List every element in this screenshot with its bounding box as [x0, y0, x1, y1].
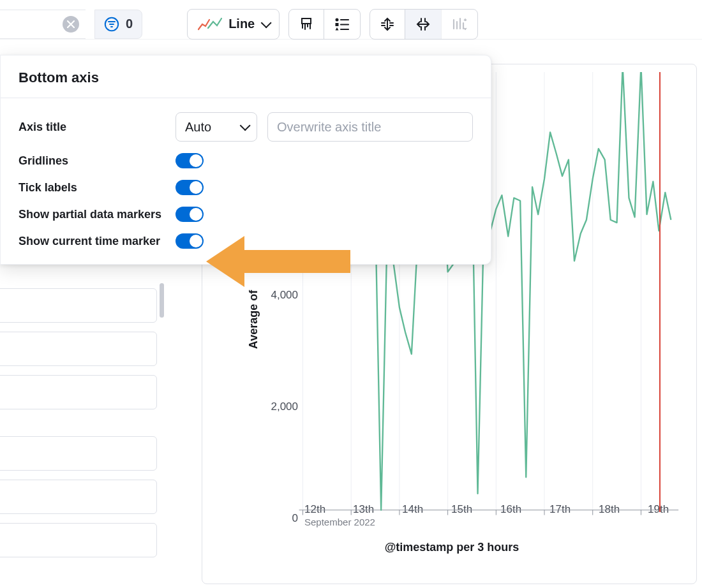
- svg-rect-2: [336, 23, 339, 26]
- chevron-down-icon: [261, 17, 272, 28]
- field-item[interactable]: word: [0, 480, 157, 514]
- left-axis-button[interactable]: [370, 10, 405, 39]
- partial-data-label: Show partial data markers: [19, 208, 165, 221]
- field-item[interactable]: dinates: [0, 375, 157, 409]
- current-time-marker: [659, 72, 661, 512]
- field-item[interactable]: day: [0, 523, 157, 557]
- legend-icon: [334, 17, 350, 32]
- current-time-label: Show current time marker: [19, 235, 165, 248]
- bar-spacing-button: [441, 10, 477, 39]
- axis-title-input[interactable]: [267, 112, 473, 142]
- close-icon[interactable]: [63, 16, 79, 33]
- bottom-axis-button[interactable]: [405, 10, 441, 39]
- popover-title: Bottom axis: [1, 55, 491, 98]
- svg-point-1: [336, 18, 339, 21]
- field-item[interactable]: n.keyword: [0, 332, 157, 366]
- axis-bottom-icon: [415, 17, 431, 31]
- appearance-group: [288, 9, 361, 40]
- legend-options-button[interactable]: [324, 10, 360, 39]
- bar-spacing-icon: [452, 17, 467, 31]
- field-item[interactable]: taset: [0, 288, 157, 323]
- brush-icon: [299, 17, 313, 32]
- partial-data-toggle[interactable]: [176, 207, 204, 222]
- axis-title-label: Axis title: [19, 121, 165, 134]
- field-search: [0, 10, 86, 39]
- scrollbar[interactable]: [160, 283, 164, 318]
- field-list: taset n.keyword dinates est word day: [0, 288, 157, 566]
- visual-options-button[interactable]: [289, 10, 324, 39]
- axis-group: [370, 9, 478, 40]
- filter-circle-icon: [104, 17, 119, 32]
- viz-type-label: Line: [228, 17, 255, 31]
- tick-labels-toggle[interactable]: [176, 180, 204, 195]
- field-item[interactable]: est: [0, 436, 157, 471]
- axis-title-mode-value: Auto: [185, 120, 211, 135]
- current-time-toggle[interactable]: [176, 233, 204, 249]
- bottom-axis-popover: Bottom axis Axis title Auto Gridlines Ti…: [0, 55, 491, 265]
- viz-type-button[interactable]: Line: [188, 10, 279, 39]
- axis-left-icon: [380, 17, 394, 32]
- filter-pill[interactable]: 0: [94, 10, 142, 39]
- gridlines-label: Gridlines: [19, 154, 165, 168]
- viz-type-select[interactable]: Line: [187, 9, 280, 40]
- gridlines-toggle[interactable]: [176, 153, 204, 168]
- field-search-input[interactable]: [0, 10, 63, 38]
- filter-count: 0: [126, 17, 133, 31]
- axis-title-mode-select[interactable]: Auto: [176, 112, 257, 142]
- chevron-down-icon: [240, 120, 251, 131]
- line-chart-icon: [198, 17, 222, 32]
- toolbar: 0 Line: [0, 9, 702, 40]
- tick-labels-label: Tick labels: [19, 181, 165, 195]
